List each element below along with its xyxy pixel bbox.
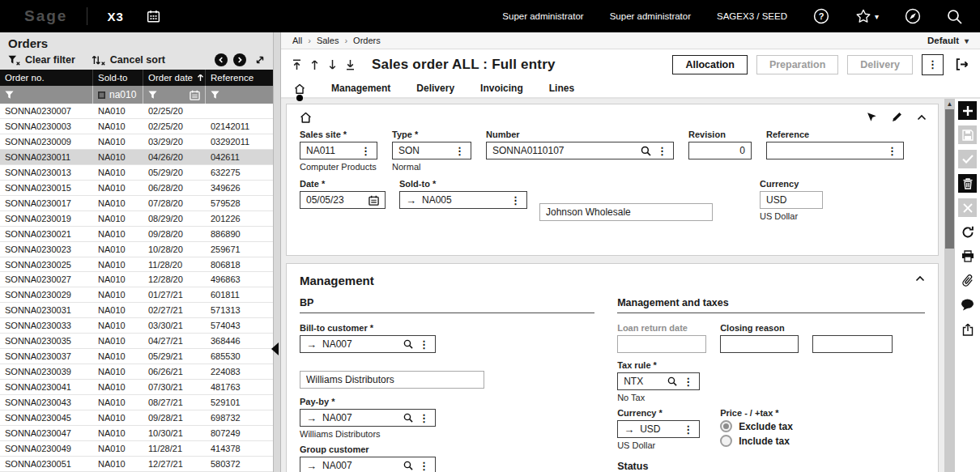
breadcrumb-orders[interactable]: Orders bbox=[353, 36, 381, 45]
type-input[interactable]: SON ⋮ bbox=[392, 142, 471, 159]
table-row[interactable]: SONNA0230045 NA010 09/28/21 698732 bbox=[0, 410, 273, 426]
table-row[interactable]: SONNA0230013 NA010 05/29/20 632275 bbox=[0, 165, 273, 181]
favorites-star-icon[interactable]: ▾ bbox=[855, 8, 879, 24]
collapse-section-icon[interactable] bbox=[915, 275, 925, 282]
table-row[interactable]: SONNA0230051 NA010 12/27/21 580372 bbox=[0, 457, 273, 472]
lookup-menu-icon[interactable]: ⋮ bbox=[419, 413, 429, 423]
number-input[interactable]: SONNA0110107 ⋮ bbox=[486, 142, 674, 159]
next-record-icon[interactable] bbox=[328, 59, 337, 70]
collapse-section-icon[interactable] bbox=[917, 114, 927, 121]
lookup-menu-icon[interactable]: ⋮ bbox=[683, 424, 693, 435]
jump-to-record-icon[interactable]: → bbox=[306, 461, 317, 471]
lookup-menu-icon[interactable]: ⋮ bbox=[887, 146, 897, 156]
table-row[interactable]: SONNA0230041 NA010 07/30/21 481763 bbox=[0, 380, 273, 395]
revision-input[interactable]: 0 bbox=[688, 142, 752, 159]
lookup-menu-icon[interactable]: ⋮ bbox=[683, 376, 693, 387]
exit-record-icon[interactable] bbox=[956, 58, 969, 70]
table-row[interactable]: SONNA0230027 NA010 12/28/20 496863 bbox=[0, 272, 273, 287]
date-picker-icon[interactable] bbox=[190, 90, 200, 100]
lookup-menu-icon[interactable]: ⋮ bbox=[454, 146, 465, 156]
lookup-search-icon[interactable] bbox=[403, 339, 413, 349]
sold-to-input[interactable]: → NA005 ⋮ bbox=[399, 191, 527, 209]
tab-home[interactable] bbox=[294, 79, 305, 97]
table-row[interactable]: SONNA0230037 NA010 05/29/21 685530 bbox=[0, 349, 273, 364]
allocation-button[interactable]: Allocation bbox=[672, 55, 747, 74]
table-row[interactable]: SONNA0230033 NA010 03/30/21 574043 bbox=[0, 318, 273, 334]
tab-lines[interactable]: Lines bbox=[549, 83, 574, 94]
preparation-button[interactable]: Preparation bbox=[756, 55, 838, 74]
help-icon[interactable]: ? bbox=[813, 8, 829, 24]
tax-rule-input[interactable]: NTX ⋮ bbox=[617, 372, 700, 390]
sold-to-name-input[interactable]: Johnson Wholesale bbox=[539, 203, 713, 221]
delete-button[interactable] bbox=[958, 174, 977, 193]
closing-reason-input[interactable] bbox=[720, 335, 799, 353]
pin-section-icon[interactable] bbox=[867, 112, 877, 122]
lookup-search-icon[interactable] bbox=[403, 413, 413, 423]
view-selector[interactable]: Default ▾ bbox=[927, 36, 969, 45]
pay-by-input[interactable]: → NA007 ⋮ bbox=[300, 409, 436, 427]
panel-resize-divider[interactable] bbox=[273, 32, 281, 472]
column-header-order-date[interactable]: Order date bbox=[143, 70, 206, 86]
clear-filter-button[interactable]: Clear filter bbox=[8, 54, 75, 66]
column-header-reference[interactable]: Reference bbox=[206, 70, 273, 86]
table-row[interactable]: SONNA0230011 NA010 04/26/20 042611 bbox=[0, 150, 273, 165]
loan-return-date-input[interactable] bbox=[617, 335, 706, 353]
scrollbar-thumb[interactable] bbox=[945, 109, 954, 249]
column-header-order-no[interactable]: Order no. bbox=[0, 70, 93, 86]
table-row[interactable]: SONNA0230035 NA010 04/27/21 368446 bbox=[0, 334, 273, 349]
bill-to-customer-input[interactable]: → NA007 ⋮ bbox=[300, 335, 436, 353]
navigation-compass-icon[interactable] bbox=[905, 8, 921, 24]
confirm-button[interactable] bbox=[958, 150, 977, 168]
lookup-search-icon[interactable] bbox=[641, 146, 651, 156]
section-anchor-home-icon[interactable] bbox=[300, 108, 925, 130]
filter-reference[interactable] bbox=[206, 86, 273, 104]
new-record-button[interactable] bbox=[958, 101, 977, 120]
closing-reason-description-input[interactable] bbox=[812, 335, 893, 353]
table-row[interactable]: SONNA0230017 NA010 07/28/20 579528 bbox=[0, 196, 273, 211]
table-row[interactable]: SONNA0230039 NA010 06/26/21 224083 bbox=[0, 364, 273, 380]
search-icon[interactable] bbox=[947, 9, 962, 24]
filter-order-no[interactable] bbox=[0, 86, 93, 104]
last-record-icon[interactable] bbox=[346, 59, 355, 70]
filter-sold-to[interactable]: na010 bbox=[93, 86, 143, 104]
share-button[interactable] bbox=[958, 320, 977, 338]
group-customer-input[interactable]: → NA007 ⋮ bbox=[300, 457, 436, 472]
lookup-menu-icon[interactable]: ⋮ bbox=[510, 195, 521, 206]
currency-input[interactable]: USD bbox=[760, 191, 823, 209]
jump-to-record-icon[interactable]: → bbox=[306, 413, 317, 423]
table-row[interactable]: SONNA0230047 NA010 10/30/21 807249 bbox=[0, 426, 273, 441]
breadcrumb-all[interactable]: All bbox=[292, 36, 302, 45]
column-header-sold-to[interactable]: Sold-to bbox=[93, 70, 143, 86]
edit-section-icon[interactable] bbox=[892, 112, 902, 122]
table-row[interactable]: SONNA0230015 NA010 06/28/20 349626 bbox=[0, 181, 273, 196]
table-row[interactable]: SONNA0230021 NA010 09/28/20 886890 bbox=[0, 227, 273, 242]
tab-invoicing[interactable]: Invoicing bbox=[480, 83, 523, 94]
table-row[interactable]: SONNA0230023 NA010 10/28/20 259671 bbox=[0, 242, 273, 257]
lookup-search-icon[interactable] bbox=[403, 461, 413, 470]
filter-order-date[interactable] bbox=[143, 86, 206, 104]
delivery-button[interactable]: Delivery bbox=[847, 55, 913, 74]
previous-record-icon[interactable] bbox=[310, 59, 319, 70]
user-menu-1[interactable]: Super administrator bbox=[502, 11, 583, 21]
save-button[interactable] bbox=[958, 125, 977, 144]
main-vertical-scrollbar[interactable]: ▲ bbox=[944, 99, 955, 472]
jump-to-record-icon[interactable]: → bbox=[306, 339, 317, 350]
lookup-menu-icon[interactable]: ⋮ bbox=[419, 339, 429, 350]
table-row[interactable]: SONNA0230007 NA010 02/25/20 bbox=[0, 104, 273, 119]
breadcrumb-sales[interactable]: Sales bbox=[317, 36, 339, 45]
table-row[interactable]: SONNA0230031 NA010 02/27/21 571313 bbox=[0, 303, 273, 318]
date-calendar-icon[interactable] bbox=[369, 195, 379, 206]
lookup-search-icon[interactable] bbox=[667, 376, 677, 386]
scroll-up-arrow[interactable]: ▲ bbox=[944, 99, 955, 109]
table-row[interactable]: SONNA0230009 NA010 03/29/20 03292011 bbox=[0, 134, 273, 150]
next-record-button[interactable] bbox=[233, 53, 246, 66]
first-record-icon[interactable] bbox=[292, 59, 301, 70]
table-row[interactable]: SONNA0230043 NA010 08/27/21 529101 bbox=[0, 395, 273, 410]
previous-record-button[interactable] bbox=[215, 53, 228, 66]
lookup-menu-icon[interactable]: ⋮ bbox=[360, 146, 371, 156]
sales-site-input[interactable]: NA011 ⋮ bbox=[300, 142, 377, 159]
lookup-menu-icon[interactable]: ⋮ bbox=[419, 461, 429, 471]
exclude-tax-radio[interactable]: Exclude tax bbox=[720, 420, 793, 432]
jump-to-record-icon[interactable]: → bbox=[624, 424, 634, 435]
reference-input[interactable]: ⋮ bbox=[766, 142, 904, 159]
